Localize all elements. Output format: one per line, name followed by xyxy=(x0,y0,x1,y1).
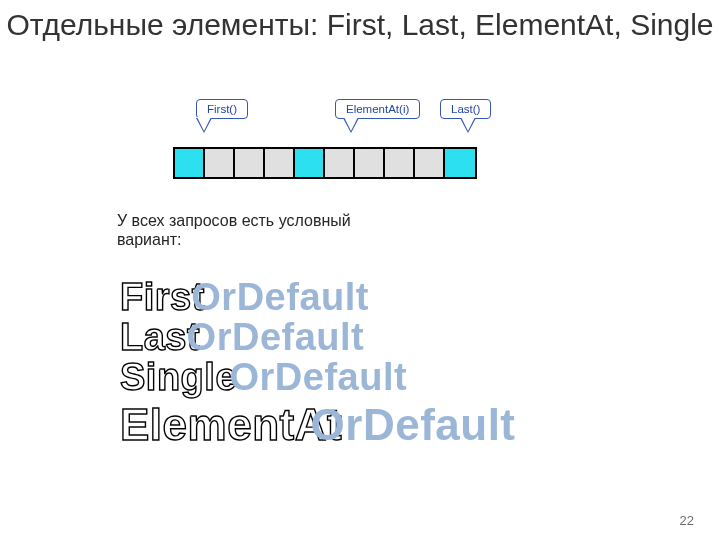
conditional-note: У всех запросов есть условный вариант: xyxy=(117,211,407,249)
array-cell xyxy=(445,149,475,177)
callout-first: First() xyxy=(196,99,248,119)
method-row-first: First OrDefault xyxy=(120,276,369,319)
callout-elementat-tail xyxy=(344,117,358,131)
method-name-single: Single xyxy=(120,356,237,399)
callout-elementat-label: ElementAt(i) xyxy=(346,103,409,115)
array-cell xyxy=(295,149,325,177)
callout-last-tail xyxy=(461,117,475,131)
method-name-elementat: ElementAt xyxy=(120,400,342,450)
callout-first-tail xyxy=(197,117,211,131)
method-row-last: Last OrDefault xyxy=(120,316,364,359)
array-cell xyxy=(265,149,295,177)
method-row-elementat: ElementAt OrDefault xyxy=(120,400,516,450)
array-cell xyxy=(415,149,445,177)
slide-title: Отдельные элементы: First, Last, Element… xyxy=(0,8,720,43)
array-diagram xyxy=(173,147,477,179)
method-row-single: Single OrDefault xyxy=(120,356,407,399)
array-cell xyxy=(325,149,355,177)
callout-last: Last() xyxy=(440,99,491,119)
method-suffix-last: OrDefault xyxy=(187,316,365,359)
array-cell xyxy=(175,149,205,177)
method-suffix-first: OrDefault xyxy=(191,276,369,319)
page-number: 22 xyxy=(680,513,694,528)
callout-last-label: Last() xyxy=(451,103,480,115)
callout-first-label: First() xyxy=(207,103,237,115)
method-suffix-single: OrDefault xyxy=(229,356,407,399)
array-cell xyxy=(355,149,385,177)
array-cell xyxy=(235,149,265,177)
method-suffix-elementat: OrDefault xyxy=(311,400,516,450)
array-cell xyxy=(385,149,415,177)
array-cell xyxy=(205,149,235,177)
slide: Отдельные элементы: First, Last, Element… xyxy=(0,0,720,540)
callout-elementat: ElementAt(i) xyxy=(335,99,420,119)
